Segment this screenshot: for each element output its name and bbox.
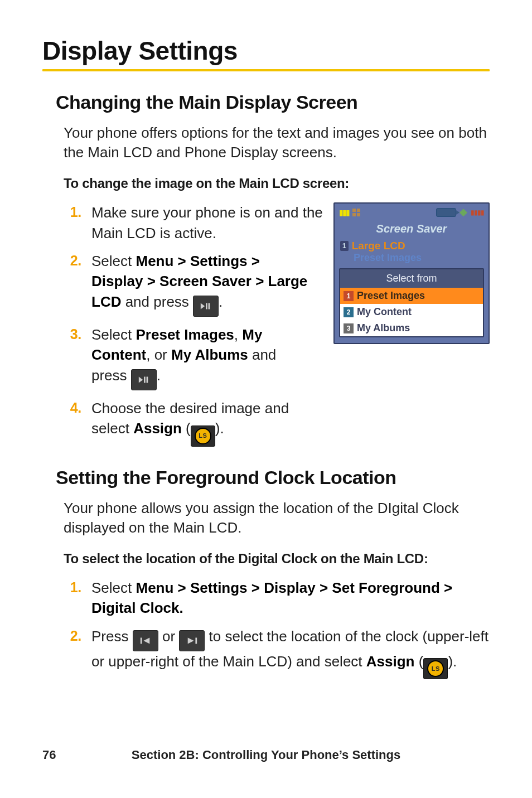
play-pause-key-icon [193,296,219,317]
ls-softkey-icon: LS [423,658,448,679]
step-body: Press or to select the location of the c… [91,626,490,680]
phone-row-label: Large LCD [352,240,405,252]
svg-marker-7 [143,637,149,644]
step-1-1: 1 Make sure your phone is on and the Mai… [64,202,325,243]
page-footer: 76 Section 2B: Controlling Your Phone’s … [0,748,532,762]
step-1-4: 4 Choose the desired image and select As… [64,398,309,447]
step-number: 2 [64,251,81,270]
phone-popup-head: Select from [340,269,483,288]
step-number: 3 [64,325,81,344]
svg-marker-0 [201,303,205,309]
step-number: 1 [64,202,81,222]
ls-softkey-icon: LS [191,425,215,447]
phone-popup-opt2: My Content [357,306,412,318]
title-underline [42,69,490,71]
svg-rect-1 [206,303,207,309]
svg-rect-4 [144,376,146,383]
step-body: Choose the desired image and select Assi… [91,398,309,447]
step-number: 4 [64,398,81,418]
phone-popup: Select from 1 Preset Images 2 My Content… [339,268,484,337]
phone-row-large-lcd: 1 Large LCD [338,239,485,253]
phone-status-bar: ▮▮▮ ▮▮▮▮ [338,207,485,220]
step-1-3: 3 Select Preset Images, My Content, or M… [64,325,309,390]
step-2-2: 2 Press or to select the location of the… [64,626,490,680]
step-body: Select Menu > Settings > Display > Set F… [91,578,490,618]
page-number: 76 [42,748,56,762]
phone-popup-row2: 2 My Content [340,304,483,320]
diamond-icon [460,209,467,216]
step-1-2: 2 Select Menu > Settings > Display > Scr… [64,251,309,317]
next-track-key-icon [179,630,205,651]
phone-popup-opt3: My Albums [357,322,410,334]
section1-intro: Your phone offers options for the text a… [56,123,490,162]
section-changing-main-display: Changing the Main Display Screen Your ph… [42,91,490,454]
section1-heading: Changing the Main Display Screen [56,91,490,113]
num-badge-3: 3 [344,323,354,333]
section2-steps: 1 Select Menu > Settings > Display > Set… [56,578,490,679]
step-number: 2 [64,626,81,646]
pill-icon [436,208,456,217]
section2-heading: Setting the Foreground Clock Location [56,467,490,489]
section-foreground-clock: Setting the Foreground Clock Location Yo… [42,467,490,680]
phone-screenshot: ▮▮▮ ▮▮▮▮ Screen Saver 1 Large LCD Preset… [333,202,490,344]
step-body: Select Menu > Settings > Display > Scree… [91,251,309,317]
page-title: Display Settings [42,36,490,66]
phone-popup-row3: 3 My Albums [340,320,483,336]
phone-row-sub: Preset Images [338,252,485,268]
battery-icon: ▮▮▮▮ [471,209,484,216]
phone-popup-row1: 1 Preset Images [340,288,483,304]
step-2-1: 1 Select Menu > Settings > Display > Set… [64,578,490,618]
svg-rect-5 [146,376,148,383]
svg-rect-9 [196,637,197,644]
phone-screen-title: Screen Saver [338,223,485,235]
svg-marker-3 [139,376,143,383]
phone-popup-opt1: Preset Images [357,290,425,302]
section2-subhead: To select the location of the Digital Cl… [56,551,490,567]
svg-rect-2 [209,303,210,309]
section1-subhead: To change the image on the Main LCD scre… [56,176,490,191]
svg-rect-6 [141,637,142,644]
step-body: Select Preset Images, My Content, or My … [91,325,309,390]
grid-icon [352,209,360,216]
num-badge-1: 1 [344,291,354,301]
svg-marker-8 [188,637,194,644]
section1-steps-wrapper: ▮▮▮ ▮▮▮▮ Screen Saver 1 Large LCD Preset… [56,202,490,454]
step-body: Make sure your phone is on and the Main … [91,202,325,243]
section2-intro: Your phone allows you assign the locatio… [56,499,490,538]
phone-row-num: 1 [340,241,349,251]
step-number: 1 [64,578,81,597]
prev-track-key-icon [133,630,158,651]
footer-section-label: Section 2B: Controlling Your Phone’s Set… [132,748,400,762]
play-pause-key-icon [131,369,157,390]
num-badge-2: 2 [344,307,354,317]
page: Display Settings Changing the Main Displ… [0,0,532,798]
signal-icon: ▮▮▮ [339,208,349,217]
